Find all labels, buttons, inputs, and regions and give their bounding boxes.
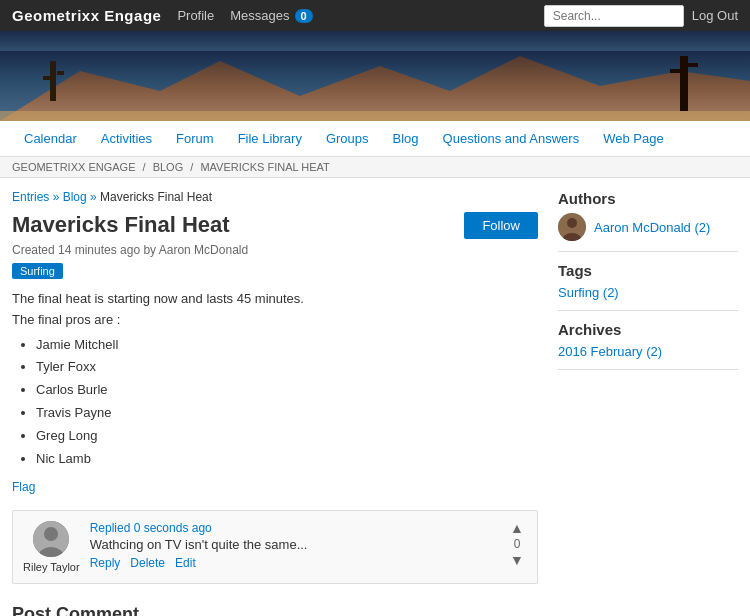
- list-item: Nic Lamb: [36, 449, 538, 470]
- tags-title: Tags: [558, 262, 738, 279]
- flag-link[interactable]: Flag: [12, 480, 35, 494]
- nav-calendar[interactable]: Calendar: [12, 121, 89, 157]
- list-item: Travis Payne: [36, 403, 538, 424]
- edit-link[interactable]: Edit: [175, 556, 196, 570]
- svg-rect-8: [0, 111, 750, 121]
- secondary-navigation: Calendar Activities Forum File Library G…: [0, 121, 750, 157]
- svg-rect-4: [57, 71, 64, 75]
- list-item: Tyler Foxx: [36, 357, 538, 378]
- sidebar: Authors Aaron McDonald (2) Tags Surfing …: [558, 190, 738, 616]
- authors-title: Authors: [558, 190, 738, 207]
- sidebar-divider2: [558, 310, 738, 311]
- breadcrumb-root: GEOMETRIXX ENGAGE: [12, 161, 135, 173]
- blog-line2: The final pros are :: [12, 310, 538, 331]
- list-item: Greg Long: [36, 426, 538, 447]
- breadcrumb-blog: BLOG: [153, 161, 184, 173]
- comment-body: Replied 0 seconds ago Wathcing on TV isn…: [90, 521, 497, 573]
- comment-author-name: Riley Taylor: [23, 561, 80, 573]
- nav-activities[interactable]: Activities: [89, 121, 164, 157]
- svg-point-10: [44, 527, 58, 541]
- pros-list: Jamie Mitchell Tyler Foxx Carlos Burle T…: [36, 335, 538, 470]
- main-layout: Entries » Blog » Mavericks Final Heat Ma…: [0, 178, 750, 616]
- top-nav-right: Log Out: [544, 5, 738, 27]
- archives-title: Archives: [558, 321, 738, 338]
- comment-text: Wathcing on TV isn't quite the same...: [90, 537, 497, 552]
- breadcrumb-bar: GEOMETRIXX ENGAGE / BLOG / MAVERICKS FIN…: [0, 157, 750, 178]
- logout-button[interactable]: Log Out: [692, 8, 738, 23]
- breadcrumb-sep2: /: [190, 161, 193, 173]
- hero-banner: [0, 31, 750, 121]
- breadcrumb-sep1: /: [143, 161, 146, 173]
- sidebar-divider3: [558, 369, 738, 370]
- nav-blog[interactable]: Blog: [381, 121, 431, 157]
- page-breadcrumb: Entries » Blog » Mavericks Final Heat: [12, 190, 538, 204]
- list-item: Carlos Burle: [36, 380, 538, 401]
- messages-link[interactable]: Messages 0: [230, 8, 312, 23]
- nav-webpage[interactable]: Web Page: [591, 121, 675, 157]
- svg-rect-5: [680, 56, 688, 111]
- nav-forum[interactable]: Forum: [164, 121, 226, 157]
- svg-rect-6: [670, 69, 680, 73]
- svg-point-16: [567, 218, 577, 228]
- post-comment-title: Post Comment: [12, 604, 538, 616]
- nav-file-library[interactable]: File Library: [226, 121, 314, 157]
- nav-groups[interactable]: Groups: [314, 121, 381, 157]
- author-avatar: [558, 213, 586, 241]
- blog-body: The final heat is starting now and lasts…: [12, 289, 538, 469]
- blog-line1: The final heat is starting now and lasts…: [12, 289, 538, 310]
- svg-rect-3: [43, 76, 50, 80]
- logo: Geometrixx Engage: [12, 7, 161, 24]
- author-link[interactable]: Aaron McDonald (2): [594, 220, 710, 235]
- blog-meta: Created 14 minutes ago by Aaron McDonald: [12, 243, 538, 257]
- comment-avatar: [33, 521, 69, 557]
- blog-header: Mavericks Final Heat Follow: [12, 212, 538, 239]
- post-comment-section: Post Comment ✎: [12, 604, 538, 616]
- list-item: Jamie Mitchell: [36, 335, 538, 356]
- svg-rect-7: [688, 63, 698, 67]
- downvote-button[interactable]: ▼: [510, 553, 524, 567]
- breadcrumb-current: MAVERICKS FINAL HEAT: [200, 161, 329, 173]
- sidebar-divider1: [558, 251, 738, 252]
- comment-author-col: Riley Taylor: [23, 521, 80, 573]
- archive-link[interactable]: 2016 February (2): [558, 344, 662, 359]
- breadcrumb-entries-link[interactable]: Entries: [12, 190, 49, 204]
- comment-section: Riley Taylor Replied 0 seconds ago Wathc…: [12, 510, 538, 584]
- search-input[interactable]: [544, 5, 684, 27]
- comment-replied: Replied 0 seconds ago: [90, 521, 497, 535]
- upvote-button[interactable]: ▲: [510, 521, 524, 535]
- follow-button[interactable]: Follow: [464, 212, 538, 239]
- svg-rect-2: [50, 61, 56, 101]
- comment-actions: Reply Delete Edit: [90, 556, 497, 570]
- nav-qa[interactable]: Questions and Answers: [431, 121, 592, 157]
- breadcrumb-current-page: Mavericks Final Heat: [100, 190, 212, 204]
- tag-link[interactable]: Surfing (2): [558, 285, 619, 300]
- content-area: Entries » Blog » Mavericks Final Heat Ma…: [12, 190, 538, 616]
- author-row: Aaron McDonald (2): [558, 213, 738, 241]
- vote-count: 0: [514, 537, 521, 551]
- comment-votes: ▲ 0 ▼: [507, 521, 527, 573]
- breadcrumb-blog-link[interactable]: Blog: [63, 190, 87, 204]
- reply-link[interactable]: Reply: [90, 556, 121, 570]
- tag-badge[interactable]: Surfing: [12, 263, 63, 279]
- blog-title: Mavericks Final Heat: [12, 212, 230, 238]
- delete-link[interactable]: Delete: [130, 556, 165, 570]
- top-navigation: Geometrixx Engage Profile Messages 0 Log…: [0, 0, 750, 31]
- messages-count-badge: 0: [295, 9, 313, 23]
- profile-link[interactable]: Profile: [177, 8, 214, 23]
- hero-mountain-svg: [0, 51, 750, 121]
